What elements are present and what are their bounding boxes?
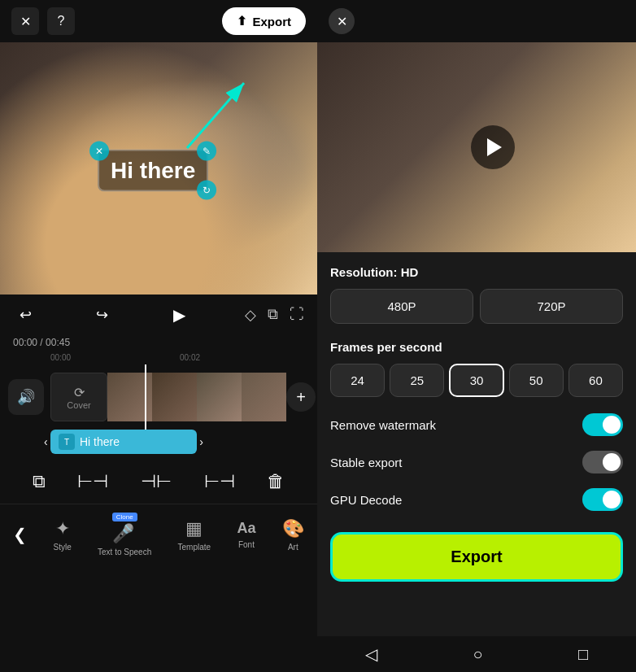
close-button[interactable]: ✕	[11, 7, 39, 35]
remove-watermark-row: Remove watermark	[330, 413, 623, 436]
android-recents-button[interactable]: □	[578, 645, 588, 664]
gpu-decode-toggle[interactable]	[582, 488, 623, 511]
fps-25-button[interactable]: 25	[390, 364, 444, 397]
time-marker-2: 00:02	[180, 353, 245, 362]
style-icon: ✦	[55, 518, 70, 539]
gpu-decode-label: GPU Decode	[330, 493, 402, 507]
remove-watermark-knob	[603, 416, 621, 434]
delete-tool-button[interactable]: 🗑	[267, 471, 285, 492]
clone-badge: Clone	[112, 513, 137, 521]
bottom-nav: ❮ ✦ Style Clone 🎤 Text to Speech ▦ Templ…	[0, 504, 317, 565]
fps-50-button[interactable]: 50	[509, 364, 564, 397]
text-overlay-close-icon[interactable]: ✕	[89, 142, 109, 161]
redo-button[interactable]: ↪	[89, 303, 114, 327]
play-overlay-button[interactable]	[471, 125, 515, 169]
font-label: Font	[238, 540, 255, 549]
video-thumb-3	[197, 373, 242, 421]
template-icon: ▦	[185, 518, 203, 539]
fps-30-button[interactable]: 30	[449, 364, 503, 397]
right-panel: ✕ Resolution: HD 480P 720P Frames per se…	[317, 0, 636, 672]
export-settings: Resolution: HD 480P 720P Frames per seco…	[317, 252, 636, 672]
control-icons: ◇ ⧉ ⛶	[245, 306, 304, 324]
play-button[interactable]: ▶	[167, 302, 193, 328]
duplicate-tool-button[interactable]: ⧉	[33, 471, 46, 492]
fullscreen-icon[interactable]: ⛶	[290, 306, 304, 324]
fps-24-button[interactable]: 24	[330, 364, 385, 397]
nav-item-template[interactable]: ▦ Template	[178, 518, 211, 552]
add-clip-button[interactable]: +	[286, 382, 316, 412]
gpu-decode-row: GPU Decode	[330, 488, 623, 511]
fps-60-button[interactable]: 60	[568, 364, 623, 397]
cover-thumbnail: ⟳ Cover	[50, 373, 107, 421]
cover-label: Cover	[67, 400, 90, 410]
stable-export-label: Stable export	[330, 456, 402, 469]
tts-icon: 🎤	[112, 523, 134, 543]
android-nav-bar: ◁ ○ □	[317, 636, 636, 672]
time-display: 00:00 / 00:45	[0, 335, 317, 350]
hi-there-track-icon: T	[59, 434, 75, 450]
tts-label: Text to Speech	[98, 548, 151, 556]
text-track: ‹ T Hi there ›	[0, 430, 317, 459]
time-marker-0: 00:00	[50, 353, 115, 362]
art-icon: 🎨	[282, 518, 304, 539]
total-time: 00:45	[46, 337, 70, 348]
resolution-720p-button[interactable]: 720P	[480, 289, 623, 324]
resolution-title: Resolution: HD	[330, 265, 623, 279]
trim-right-tool-button[interactable]: ⊢⊣	[204, 471, 235, 492]
export-top-label: Export	[252, 15, 291, 28]
template-label: Template	[178, 543, 211, 552]
font-icon: Aa	[237, 520, 255, 537]
nav-item-tts[interactable]: Clone 🎤 Text to Speech	[98, 513, 151, 556]
trim-left-tool-button[interactable]: ⊣⊢	[141, 471, 172, 492]
fps-grid: 24 25 30 50 60	[330, 364, 623, 397]
export-icon: ⬆	[237, 14, 247, 28]
edit-tools-bar: ⧉ ⊢⊣ ⊣⊢ ⊢⊣ 🗑	[0, 459, 317, 504]
nav-item-font[interactable]: Aa Font	[237, 520, 255, 549]
copy-icon[interactable]: ⧉	[268, 306, 278, 324]
remove-watermark-toggle[interactable]	[582, 413, 623, 436]
time-separator: /	[37, 337, 46, 348]
top-bar: ✕ ? ⬆ Export	[0, 0, 317, 42]
video-preview: ✕ ✎ ↻ Hi there	[0, 42, 317, 295]
resolution-480p-button[interactable]: 480P	[330, 289, 473, 324]
art-label: Art	[288, 543, 298, 552]
android-home-button[interactable]: ○	[473, 645, 482, 664]
nav-item-style[interactable]: ✦ Style	[53, 518, 71, 552]
timeline-controls: ↩ ↪ ▶ ◇ ⧉ ⛶	[0, 295, 317, 335]
remove-watermark-label: Remove watermark	[330, 418, 436, 432]
stable-export-row: Stable export	[330, 451, 623, 473]
right-close-button[interactable]: ✕	[329, 8, 355, 34]
keyframe-icon[interactable]: ◇	[245, 306, 256, 324]
split-tool-button[interactable]: ⊢⊣	[77, 471, 108, 492]
text-overlay-container[interactable]: ✕ ✎ ↻ Hi there	[98, 150, 208, 192]
fps-title: Frames per second	[330, 340, 623, 354]
stable-export-knob	[603, 453, 621, 471]
right-video-preview	[317, 42, 636, 252]
audio-button[interactable]: 🔊	[8, 379, 44, 415]
track-arrow-right-icon: ›	[199, 435, 203, 448]
playhead	[145, 364, 146, 430]
track-arrow-left-icon: ‹	[44, 435, 48, 448]
time-markers: 00:00 00:02	[0, 350, 317, 364]
video-thumbnails: ⟳ Cover +	[50, 373, 317, 421]
hi-there-track-item[interactable]: ‹ T Hi there ›	[50, 430, 197, 454]
export-main-button[interactable]: Export	[330, 532, 623, 582]
collapse-button[interactable]: ❮	[13, 525, 27, 544]
top-bar-left: ✕ ?	[11, 7, 75, 35]
android-back-button[interactable]: ◁	[365, 644, 377, 664]
stable-export-toggle[interactable]	[582, 451, 623, 473]
current-time: 00:00	[13, 337, 37, 348]
export-top-button[interactable]: ⬆ Export	[222, 7, 306, 35]
nav-item-art[interactable]: 🎨 Art	[282, 518, 304, 552]
video-thumb-2	[152, 373, 197, 421]
right-top-bar: ✕	[317, 0, 636, 42]
cover-refresh-icon: ⟳	[74, 385, 85, 400]
audio-icon: 🔊	[17, 388, 35, 406]
left-panel: ✕ ? ⬆ Export ✕ ✎ ↻ Hi there	[0, 0, 317, 672]
play-triangle-icon	[487, 138, 502, 156]
help-button[interactable]: ?	[47, 7, 75, 35]
text-overlay-box[interactable]: ✕ ✎ ↻ Hi there	[98, 150, 208, 192]
undo-button[interactable]: ↩	[13, 303, 37, 327]
gpu-decode-knob	[603, 491, 621, 508]
resolution-grid: 480P 720P	[330, 289, 623, 324]
